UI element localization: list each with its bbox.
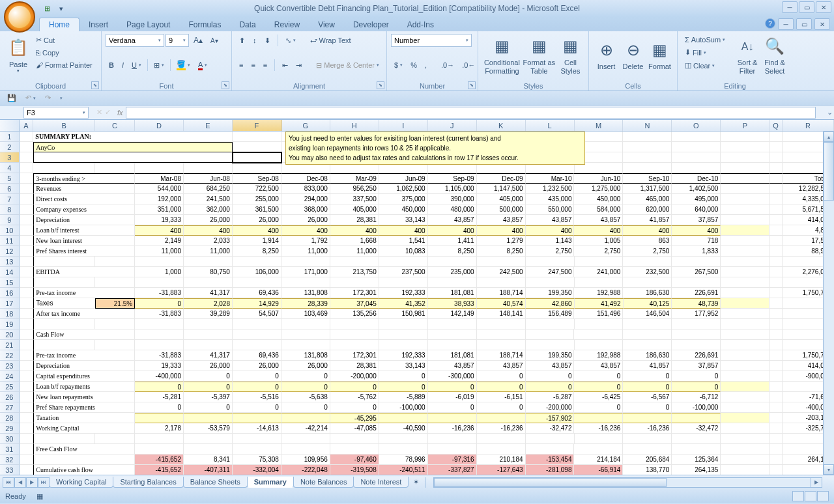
row-header-30[interactable]: 30: [0, 434, 20, 444]
cell-G28[interactable]: [281, 413, 330, 423]
row-header-20[interactable]: 20: [0, 329, 20, 340]
cell-O3[interactable]: [672, 152, 721, 163]
cell-A31[interactable]: [20, 444, 34, 455]
cell-M10[interactable]: 400: [574, 225, 623, 236]
font-family-select[interactable]: Verdana▾: [106, 34, 164, 47]
cell-C15[interactable]: [95, 277, 135, 288]
cell-E17[interactable]: 2,028: [184, 298, 233, 309]
cell-F15[interactable]: [233, 277, 281, 288]
cell-L12[interactable]: 2,750: [526, 246, 575, 257]
cell-I27[interactable]: -100,000: [379, 402, 428, 413]
cell-G31[interactable]: [281, 444, 330, 455]
number-dialog-launcher[interactable]: ⬊: [468, 81, 476, 89]
cell-M24[interactable]: 0: [574, 371, 623, 382]
cell-N25[interactable]: 0: [623, 382, 672, 392]
cell-K33[interactable]: -127,643: [477, 465, 526, 475]
cell-G30[interactable]: [281, 434, 330, 444]
tab-view[interactable]: View: [309, 18, 344, 31]
cell-C17[interactable]: 21.5%: [95, 298, 135, 309]
cell-P13[interactable]: [721, 257, 769, 267]
cell-J31[interactable]: [428, 444, 477, 455]
cell-H30[interactable]: [330, 434, 379, 444]
cell-I8[interactable]: 450,000: [379, 204, 428, 215]
cell-I11[interactable]: 1,541: [379, 236, 428, 246]
cell-B1[interactable]: SUMMARY PLAN:: [33, 132, 232, 142]
row-header-22[interactable]: 22: [0, 350, 20, 361]
cell-Q12[interactable]: [769, 246, 783, 257]
cell-H24[interactable]: -200,000: [330, 371, 379, 382]
cell-I9[interactable]: 33,143: [379, 215, 428, 225]
cell-D6[interactable]: 544,000: [135, 184, 184, 194]
cell-N26[interactable]: -6,567: [623, 392, 672, 402]
cell-O8[interactable]: 640,000: [672, 204, 721, 215]
cell-K8[interactable]: 500,000: [477, 204, 526, 215]
cell-B13[interactable]: [33, 257, 95, 267]
cell-A6[interactable]: [20, 184, 34, 194]
cell-N29[interactable]: -16,236: [623, 423, 672, 434]
cell-K26[interactable]: -6,151: [477, 392, 526, 402]
border-button[interactable]: ⊞▾: [151, 59, 167, 72]
cell-E20[interactable]: [184, 329, 233, 340]
cell-I5[interactable]: Jun-09: [379, 173, 428, 184]
sheet-tab-working-capital[interactable]: Working Capital: [49, 477, 113, 488]
cell-H12[interactable]: 11,000: [330, 246, 379, 257]
cell-J12[interactable]: 8,250: [428, 246, 477, 257]
cell-H27[interactable]: 0: [330, 402, 379, 413]
cell-A4[interactable]: [20, 163, 34, 173]
cell-J16[interactable]: 181,081: [428, 288, 477, 298]
cell-I7[interactable]: 375,000: [379, 194, 428, 204]
cell-B7[interactable]: Direct costs: [33, 194, 135, 204]
font-dialog-launcher[interactable]: ⬊: [222, 81, 229, 89]
cell-K11[interactable]: 1,279: [477, 236, 526, 246]
row-header-11[interactable]: 11: [0, 236, 20, 246]
cell-O31[interactable]: [672, 444, 721, 455]
cell-I14[interactable]: 237,500: [379, 267, 428, 277]
col-header-L[interactable]: L: [526, 120, 575, 131]
cell-P2[interactable]: [721, 142, 769, 152]
row-header-23[interactable]: 23: [0, 361, 20, 371]
cell-A19[interactable]: [20, 319, 34, 329]
cell-E6[interactable]: 684,250: [184, 184, 233, 194]
cell-H7[interactable]: 337,500: [330, 194, 379, 204]
tab-data[interactable]: Data: [230, 18, 265, 31]
cell-G13[interactable]: [281, 257, 330, 267]
tab-formulas[interactable]: Formulas: [179, 18, 230, 31]
cell-I13[interactable]: [379, 257, 428, 267]
cell-B32[interactable]: [33, 455, 135, 465]
minimize-button[interactable]: ─: [782, 1, 798, 13]
cell-O21[interactable]: [672, 340, 721, 350]
cell-K19[interactable]: [477, 319, 526, 329]
cell-D17[interactable]: 0: [135, 298, 184, 309]
cell-D5[interactable]: Mar-08: [135, 173, 184, 184]
cell-N3[interactable]: [623, 152, 672, 163]
row-header-25[interactable]: 25: [0, 382, 20, 392]
cell-B9[interactable]: Depreciation: [33, 215, 135, 225]
cell-G20[interactable]: [281, 329, 330, 340]
cell-Q14[interactable]: [769, 267, 783, 277]
save-button[interactable]: 💾: [4, 92, 20, 104]
cell-D18[interactable]: -31,883: [135, 309, 184, 319]
cell-F24[interactable]: 0: [233, 371, 281, 382]
row-header-32[interactable]: 32: [0, 455, 20, 465]
cell-M5[interactable]: Jun-10: [574, 173, 623, 184]
cell-N12[interactable]: 2,750: [623, 246, 672, 257]
cell-P1[interactable]: [721, 132, 769, 142]
tab-nav-first[interactable]: ⏮: [3, 477, 14, 488]
cell-E13[interactable]: [184, 257, 233, 267]
cell-H32[interactable]: -97,460: [330, 455, 379, 465]
cell-K27[interactable]: 0: [477, 402, 526, 413]
cell-A25[interactable]: [20, 382, 34, 392]
cell-H11[interactable]: 1,668: [330, 236, 379, 246]
row-header-19[interactable]: 19: [0, 319, 20, 329]
cell-H19[interactable]: [330, 319, 379, 329]
cell-I30[interactable]: [379, 434, 428, 444]
cell-F11[interactable]: 1,914: [233, 236, 281, 246]
cell-N32[interactable]: 205,684: [623, 455, 672, 465]
normal-view[interactable]: [792, 491, 804, 501]
cell-M28[interactable]: [574, 413, 623, 423]
cell-I22[interactable]: 192,333: [379, 350, 428, 361]
cell-Q11[interactable]: [769, 236, 783, 246]
cell-J26[interactable]: -6,019: [428, 392, 477, 402]
qat-customize[interactable]: ▾: [57, 94, 66, 103]
cell-A2[interactable]: [20, 142, 34, 152]
